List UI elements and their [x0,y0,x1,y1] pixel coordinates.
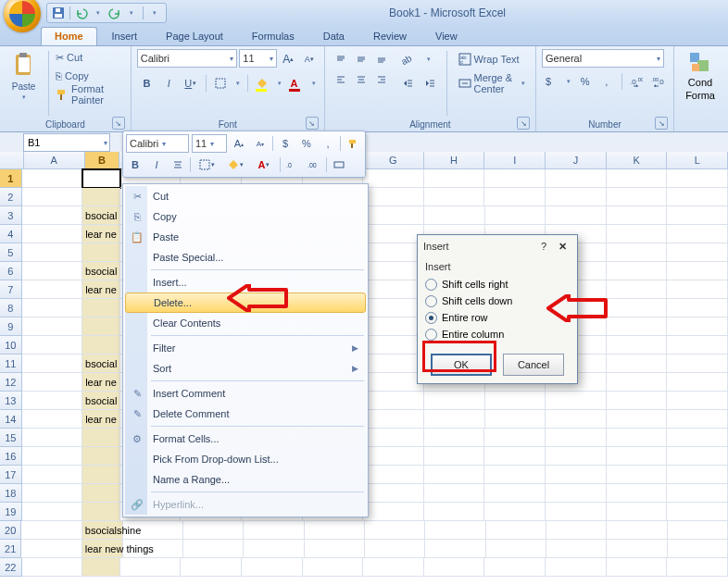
shrink-font-button[interactable]: A▾ [300,49,319,69]
orientation-button[interactable]: ab [397,49,433,69]
number-launcher[interactable]: ↘ [655,117,668,130]
cell[interactable]: lear ne [82,280,120,299]
row-header[interactable]: 20 [0,521,21,540]
cell[interactable] [363,280,424,299]
cell[interactable] [607,299,668,317]
cell[interactable] [363,466,424,484]
cell[interactable] [82,429,119,447]
cell[interactable] [22,558,83,577]
ribbon-tab-home[interactable]: Home [41,27,97,45]
cell[interactable]: lear ne [82,410,120,429]
cell[interactable] [363,558,424,577]
cell[interactable] [82,299,119,317]
cell[interactable] [486,540,546,558]
radio-shift-cells-down[interactable]: Shift cells down [425,292,570,309]
cell[interactable]: bsocial [82,262,120,280]
cell[interactable] [181,558,242,577]
cell[interactable] [667,280,728,299]
cell[interactable] [484,169,546,188]
cell[interactable] [363,410,424,429]
ribbon-tab-view[interactable]: View [421,27,471,45]
cell[interactable] [363,243,424,262]
cell[interactable] [667,225,728,243]
cell[interactable] [667,447,728,466]
cell[interactable] [22,466,83,484]
cell[interactable] [607,243,668,262]
cell[interactable] [485,410,546,429]
row-header[interactable]: 14 [0,410,22,429]
cell[interactable] [363,429,424,447]
cell[interactable] [22,336,83,355]
cell[interactable] [607,225,668,243]
cell[interactable] [607,484,668,503]
cell[interactable] [22,243,83,262]
row-header[interactable]: 10 [0,336,22,355]
select-all-corner[interactable] [0,152,24,168]
context-item-sort[interactable]: Sort▶ [125,358,366,379]
copy-button[interactable]: ⎘Copy [56,68,125,84]
cell[interactable] [82,466,119,484]
cell[interactable] [424,169,485,188]
cell[interactable] [363,299,424,317]
cell[interactable] [546,558,607,577]
font-size-combo[interactable]: 11▾ [239,49,277,68]
cell[interactable] [607,336,668,355]
cell[interactable] [484,188,546,206]
font-launcher[interactable]: ↘ [306,117,319,130]
cell[interactable] [607,373,668,392]
row-header[interactable]: 13 [0,392,22,410]
cell[interactable] [546,484,607,503]
redo-dropdown-icon[interactable]: ▾ [124,6,139,20]
font-name-combo[interactable]: Calibri▾ [137,49,238,68]
redo-icon[interactable] [107,6,122,20]
cell[interactable] [546,466,607,484]
column-header-L[interactable]: L [667,152,728,168]
cell[interactable] [363,188,424,206]
cell[interactable] [424,188,485,206]
cell[interactable] [424,484,485,503]
paste-button[interactable]: Paste ▾ [6,49,42,118]
cell[interactable]: bsocialshine [82,521,123,540]
cell[interactable] [485,206,546,225]
cell[interactable] [607,503,668,521]
ribbon-tab-data[interactable]: Data [309,27,358,45]
context-item-name-a-range[interactable]: Name a Range... [125,469,366,490]
cell[interactable] [82,447,119,466]
mini-borders[interactable]: ▾ [194,156,220,174]
cell[interactable] [22,206,83,225]
cell[interactable] [82,503,119,521]
cell[interactable] [425,540,485,558]
cell[interactable] [667,429,728,447]
cell[interactable] [183,540,244,558]
cell[interactable] [546,188,607,206]
grow-font-button[interactable]: A▴ [279,49,297,69]
cell[interactable] [22,447,83,466]
context-item-delete-comment[interactable]: ✎Delete Comment [125,404,366,424]
mini-size-combo[interactable]: 11▾ [192,134,227,153]
cell[interactable] [607,262,668,280]
mini-font-color[interactable]: A▾ [251,156,277,174]
mini-accounting[interactable]: $ [276,134,295,153]
mini-format-painter[interactable] [344,134,362,153]
cell[interactable] [22,484,83,503]
radio-entire-row[interactable]: Entire row [425,309,570,326]
cell[interactable] [484,484,546,503]
context-item-paste-special[interactable]: Paste Special... [125,247,366,268]
cell[interactable] [668,521,728,540]
cell[interactable] [546,410,607,429]
row-header[interactable]: 6 [0,262,22,280]
column-header-G[interactable]: G [363,152,424,168]
cell[interactable] [363,503,424,521]
cell[interactable] [667,392,728,410]
radio-shift-cells-right[interactable]: Shift cells right [425,276,570,292]
mini-italic[interactable]: I [147,156,166,174]
cell[interactable] [484,503,546,521]
cell[interactable] [22,225,83,243]
ribbon-tab-insert[interactable]: Insert [98,27,152,45]
undo-dropdown-icon[interactable]: ▾ [91,6,106,20]
cancel-button[interactable]: Cancel [503,354,564,376]
cell[interactable] [546,503,607,521]
context-item-clear-contents[interactable]: Clear Contents [125,313,366,333]
save-icon[interactable] [51,6,66,20]
cell[interactable] [484,429,546,447]
